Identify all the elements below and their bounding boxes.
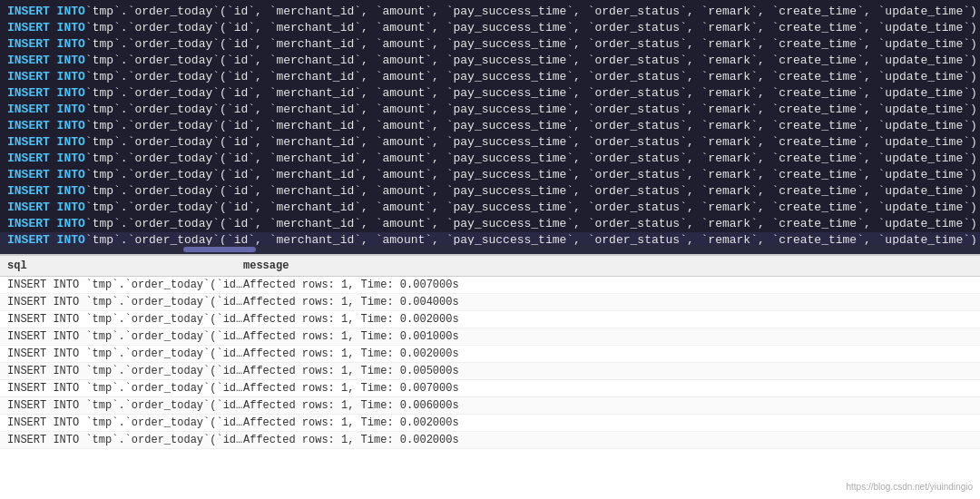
code-panel[interactable]: INSERT INTO `tmp`.`order_today`(`id`, `m…	[0, 0, 980, 254]
results-panel[interactable]: sql message INSERT INTO `tmp`.`order_tod…	[0, 254, 980, 499]
code-rest: `tmp`.`order_today`(`id`, `merchant_id`,…	[85, 53, 980, 69]
keyword-insert: INSERT INTO	[7, 200, 85, 216]
table-row: INSERT INTO `tmp`.`order_today`(`id`, `m…	[0, 397, 980, 415]
message-cell: Affected rows: 1, Time: 0.007000s	[243, 279, 973, 291]
sql-cell: INSERT INTO `tmp`.`order_today`(`id`, `m…	[7, 313, 243, 326]
table-row: INSERT INTO `tmp`.`order_today`(`id`, `m…	[0, 294, 980, 311]
code-line: INSERT INTO `tmp`.`order_today`(`id`, `m…	[0, 102, 980, 118]
code-line: INSERT INTO `tmp`.`order_today`(`id`, `m…	[0, 183, 980, 200]
results-header: sql message	[0, 256, 980, 277]
table-row: INSERT INTO `tmp`.`order_today`(`id`, `m…	[0, 311, 980, 328]
message-cell: Affected rows: 1, Time: 0.006000s	[243, 399, 973, 412]
keyword-insert: INSERT INTO	[7, 151, 85, 167]
code-line: INSERT INTO `tmp`.`order_today`(`id`, `m…	[0, 4, 980, 20]
code-line: INSERT INTO `tmp`.`order_today`(`id`, `m…	[0, 20, 980, 36]
table-row: INSERT INTO `tmp`.`order_today`(`id`, `m…	[0, 432, 980, 449]
keyword-insert: INSERT INTO	[7, 102, 85, 118]
sql-cell: INSERT INTO `tmp`.`order_today`(`id`, `m…	[7, 399, 243, 412]
keyword-insert: INSERT INTO	[7, 167, 85, 183]
table-row: INSERT INTO `tmp`.`order_today`(`id`, `m…	[0, 328, 980, 346]
keyword-insert: INSERT INTO	[7, 183, 85, 200]
table-row: INSERT INTO `tmp`.`order_today`(`id`, `m…	[0, 277, 980, 294]
code-rest: `tmp`.`order_today`(`id`, `merchant_id`,…	[85, 200, 980, 216]
code-line: INSERT INTO `tmp`.`order_today`(`id`, `m…	[0, 85, 980, 102]
code-line: INSERT INTO `tmp`.`order_today`(`id`, `m…	[0, 53, 980, 69]
code-rest: `tmp`.`order_today`(`id`, `merchant_id`,…	[85, 183, 980, 200]
code-line: INSERT INTO `tmp`.`order_today`(`id`, `m…	[0, 200, 980, 216]
keyword-insert: INSERT INTO	[7, 20, 85, 36]
code-rest: `tmp`.`order_today`(`id`, `merchant_id`,…	[85, 167, 980, 183]
code-line: INSERT INTO `tmp`.`order_today`(`id`, `m…	[0, 216, 980, 232]
table-row: INSERT INTO `tmp`.`order_today`(`id`, `m…	[0, 415, 980, 432]
code-rest: `tmp`.`order_today`(`id`, `merchant_id`,…	[85, 216, 980, 232]
sql-cell: INSERT INTO `tmp`.`order_today`(`id`, `m…	[7, 347, 243, 360]
code-rest: `tmp`.`order_today`(`id`, `merchant_id`,…	[85, 102, 980, 118]
main-container: INSERT INTO `tmp`.`order_today`(`id`, `m…	[0, 0, 980, 499]
message-cell: Affected rows: 1, Time: 0.002000s	[243, 416, 973, 429]
sql-cell: INSERT INTO `tmp`.`order_today`(`id`, `m…	[7, 382, 243, 395]
keyword-insert: INSERT INTO	[7, 36, 85, 53]
table-row: INSERT INTO `tmp`.`order_today`(`id`, `m…	[0, 346, 980, 363]
message-cell: Affected rows: 1, Time: 0.005000s	[243, 365, 973, 377]
message-cell: Affected rows: 1, Time: 0.004000s	[243, 296, 973, 308]
sql-cell: INSERT INTO `tmp`.`order_today`(`id`, `m…	[7, 279, 243, 291]
code-rest: `tmp`.`order_today`(`id`, `merchant_id`,…	[85, 85, 980, 102]
code-line: INSERT INTO `tmp`.`order_today`(`id`, `m…	[0, 167, 980, 183]
horizontal-scrollbar[interactable]	[0, 245, 980, 254]
keyword-insert: INSERT INTO	[7, 134, 85, 151]
keyword-insert: INSERT INTO	[7, 4, 85, 20]
keyword-insert: INSERT INTO	[7, 53, 85, 69]
keyword-insert: INSERT INTO	[7, 216, 85, 232]
sql-cell: INSERT INTO `tmp`.`order_today`(`id`, `m…	[7, 365, 243, 377]
code-rest: `tmp`.`order_today`(`id`, `merchant_id`,…	[85, 4, 980, 20]
code-rest: `tmp`.`order_today`(`id`, `merchant_id`,…	[85, 20, 980, 36]
message-cell: Affected rows: 1, Time: 0.007000s	[243, 382, 973, 395]
code-line: INSERT INTO `tmp`.`order_today`(`id`, `m…	[0, 36, 980, 53]
table-row: INSERT INTO `tmp`.`order_today`(`id`, `m…	[0, 380, 980, 397]
message-column-header: message	[243, 259, 973, 272]
code-line: INSERT INTO `tmp`.`order_today`(`id`, `m…	[0, 69, 980, 85]
sql-column-header: sql	[7, 259, 243, 272]
code-rest: `tmp`.`order_today`(`id`, `merchant_id`,…	[85, 69, 980, 85]
message-cell: Affected rows: 1, Time: 0.002000s	[243, 347, 973, 360]
code-rest: `tmp`.`order_today`(`id`, `merchant_id`,…	[85, 36, 980, 53]
message-cell: Affected rows: 1, Time: 0.002000s	[243, 313, 973, 326]
scrollbar-thumb[interactable]	[183, 247, 256, 252]
keyword-insert: INSERT INTO	[7, 85, 85, 102]
message-cell: Affected rows: 1, Time: 0.001000s	[243, 330, 973, 343]
sql-cell: INSERT INTO `tmp`.`order_today`(`id`, `m…	[7, 330, 243, 343]
message-cell: Affected rows: 1, Time: 0.002000s	[243, 434, 973, 446]
keyword-insert: INSERT INTO	[7, 118, 85, 134]
sql-cell: INSERT INTO `tmp`.`order_today`(`id`, `m…	[7, 296, 243, 308]
code-line: INSERT INTO `tmp`.`order_today`(`id`, `m…	[0, 134, 980, 151]
table-row: INSERT INTO `tmp`.`order_today`(`id`, `m…	[0, 363, 980, 380]
sql-cell: INSERT INTO `tmp`.`order_today`(`id`, `m…	[7, 434, 243, 446]
code-line: INSERT INTO `tmp`.`order_today`(`id`, `m…	[0, 118, 980, 134]
code-rest: `tmp`.`order_today`(`id`, `merchant_id`,…	[85, 134, 980, 151]
code-rest: `tmp`.`order_today`(`id`, `merchant_id`,…	[85, 118, 980, 134]
code-line: INSERT INTO `tmp`.`order_today`(`id`, `m…	[0, 151, 980, 167]
sql-cell: INSERT INTO `tmp`.`order_today`(`id`, `m…	[7, 416, 243, 429]
keyword-insert: INSERT INTO	[7, 69, 85, 85]
code-rest: `tmp`.`order_today`(`id`, `merchant_id`,…	[85, 151, 980, 167]
watermark: https://blog.csdn.net/yiuindingio	[846, 482, 973, 492]
